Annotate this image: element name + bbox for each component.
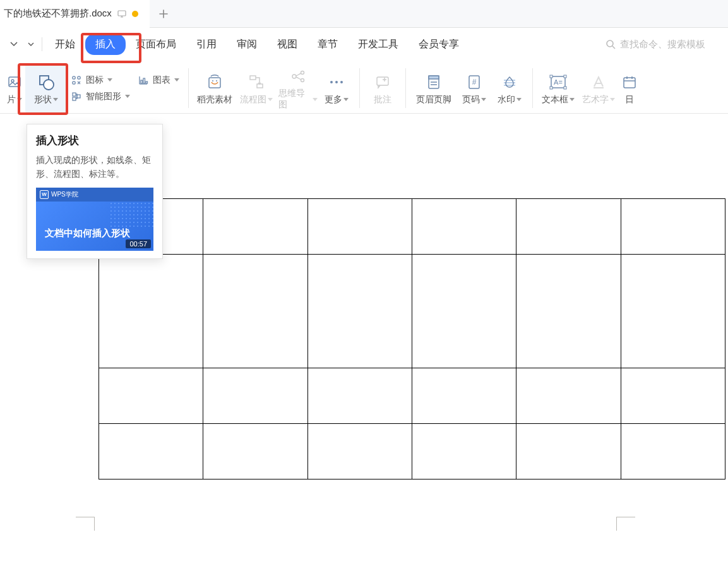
ribbon-separator xyxy=(359,68,360,108)
tooltip-video-thumbnail[interactable]: W WPS学院 文档中如何插入形状 00:57 xyxy=(36,188,153,251)
svg-rect-35 xyxy=(564,87,566,89)
wordart-icon xyxy=(588,71,609,93)
more-button[interactable]: 更多 xyxy=(319,63,354,113)
title-tab-bar: 下的地铁还不算拥挤.docx xyxy=(0,0,728,28)
flowchart-icon xyxy=(246,71,267,93)
tooltip-title: 插入形状 xyxy=(36,133,155,148)
insert-smartart-button[interactable]: 智能图形 xyxy=(71,91,130,102)
wps-logo-icon: W xyxy=(40,190,49,199)
table-row[interactable] xyxy=(99,368,725,424)
comment-label: 批注 xyxy=(374,94,391,106)
chevron-down-icon xyxy=(481,98,486,101)
tab-view[interactable]: 视图 xyxy=(267,34,307,55)
insert-picture-button[interactable]: 片 xyxy=(4,63,25,113)
thumb-title: 文档中如何插入形状 xyxy=(45,227,153,239)
chevron-down-icon xyxy=(610,98,615,101)
tab-member[interactable]: 会员专享 xyxy=(409,34,469,55)
svg-point-8 xyxy=(73,81,75,83)
page-number-button[interactable]: # 页码 xyxy=(456,63,492,113)
quickaccess-chevron-icon[interactable] xyxy=(25,35,37,53)
mindmap-label: 思维导图 xyxy=(278,88,311,111)
icons-icon xyxy=(71,75,82,86)
new-tab-button[interactable] xyxy=(150,0,177,28)
chart-icon xyxy=(138,75,149,86)
svg-point-5 xyxy=(44,80,54,90)
insert-icons-button[interactable]: 图标 xyxy=(71,75,130,86)
svg-point-16 xyxy=(212,80,213,81)
menu-bar: 开始 插入 页面布局 引用 审阅 视图 章节 开发工具 会员专享 查找命令、搜索… xyxy=(0,28,728,61)
smartart-label: 智能图形 xyxy=(86,91,121,102)
comment-button[interactable]: 批注 xyxy=(365,63,400,113)
chevron-down-icon xyxy=(313,98,318,101)
page-number-label: 页码 xyxy=(462,94,480,106)
tab-devtools[interactable]: 开发工具 xyxy=(348,34,409,55)
chevron-down-icon xyxy=(17,98,22,101)
document-table[interactable] xyxy=(98,198,725,479)
unsaved-indicator-icon xyxy=(132,11,138,17)
document-tab-filename: 下的地铁还不算拥挤.docx xyxy=(4,8,112,20)
svg-point-17 xyxy=(216,80,217,81)
search-icon xyxy=(605,39,616,50)
svg-rect-26 xyxy=(377,77,388,85)
tab-review[interactable]: 审阅 xyxy=(227,34,267,55)
table-row[interactable] xyxy=(99,255,725,368)
picture-icon xyxy=(4,71,25,93)
svg-point-25 xyxy=(340,81,343,83)
shape-tooltip-popup: 插入形状 插入现成的形状，如线条、矩形、流程图、标注等。 W WPS学院 文档中… xyxy=(27,124,163,259)
tab-page-layout[interactable]: 页面布局 xyxy=(126,34,186,55)
chevron-down-icon xyxy=(125,95,130,98)
tab-sections[interactable]: 章节 xyxy=(307,34,348,55)
table-row[interactable] xyxy=(99,199,725,255)
tab-references[interactable]: 引用 xyxy=(186,34,227,55)
wordart-button[interactable]: 艺术字 xyxy=(578,63,619,113)
search-placeholder: 查找命令、搜索模板 xyxy=(620,39,705,51)
svg-point-22 xyxy=(301,78,304,81)
chevron-down-icon xyxy=(107,78,112,81)
textbox-button[interactable]: A= 文本框 xyxy=(538,63,578,113)
flowchart-button[interactable]: 流程图 xyxy=(236,63,277,113)
svg-rect-9 xyxy=(73,93,76,96)
svg-rect-37 xyxy=(624,78,635,88)
chevron-down-icon xyxy=(53,98,58,101)
command-search[interactable]: 查找命令、搜索模板 xyxy=(605,39,723,51)
svg-point-21 xyxy=(301,71,304,74)
header-footer-label: 页眉页脚 xyxy=(416,94,451,106)
insert-chart-button[interactable]: 图表 xyxy=(138,75,179,86)
textbox-icon: A= xyxy=(547,71,569,93)
date-icon xyxy=(619,71,640,93)
shape-label: 形状 xyxy=(34,94,52,106)
ribbon-separator xyxy=(188,68,189,108)
svg-point-6 xyxy=(73,76,75,78)
more-label: 更多 xyxy=(325,94,342,106)
ribbon-separator xyxy=(532,68,533,108)
table-row[interactable] xyxy=(99,424,725,479)
svg-rect-28 xyxy=(429,76,439,79)
chevron-down-icon xyxy=(570,98,575,101)
daoke-icon xyxy=(204,71,225,93)
file-menu-dropdown[interactable] xyxy=(5,35,23,53)
daoke-assets-button[interactable]: 稻壳素材 xyxy=(194,63,236,113)
svg-rect-14 xyxy=(146,81,148,83)
header-footer-button[interactable]: 页眉页脚 xyxy=(411,63,456,113)
presentation-mode-icon[interactable] xyxy=(117,9,127,19)
page-margin-marker-left xyxy=(76,517,95,531)
insert-shape-button[interactable]: 形状 xyxy=(25,63,67,113)
document-tab[interactable]: 下的地铁还不算拥挤.docx xyxy=(0,0,150,28)
mindmap-button[interactable]: 思维导图 xyxy=(277,63,319,113)
video-duration-badge: 00:57 xyxy=(126,239,151,248)
header-footer-icon xyxy=(423,71,445,93)
date-button[interactable]: 日 xyxy=(619,63,640,113)
daoke-label: 稻壳素材 xyxy=(197,94,232,106)
tab-insert[interactable]: 插入 xyxy=(85,34,126,55)
watermark-button[interactable]: 水印 xyxy=(492,63,527,113)
ribbon-insert: 片 形状 图标 智能图形 图表 xyxy=(0,61,728,114)
thumb-banner-label: WPS学院 xyxy=(51,190,78,199)
icons-label: 图标 xyxy=(86,75,104,86)
watermark-label: 水印 xyxy=(498,94,515,106)
comment-icon xyxy=(372,71,393,93)
tab-start[interactable]: 开始 xyxy=(45,34,85,55)
tooltip-description: 插入现成的形状，如线条、矩形、流程图、标注等。 xyxy=(36,153,155,181)
svg-rect-13 xyxy=(143,78,145,83)
svg-rect-11 xyxy=(77,95,80,98)
svg-rect-0 xyxy=(118,11,126,16)
